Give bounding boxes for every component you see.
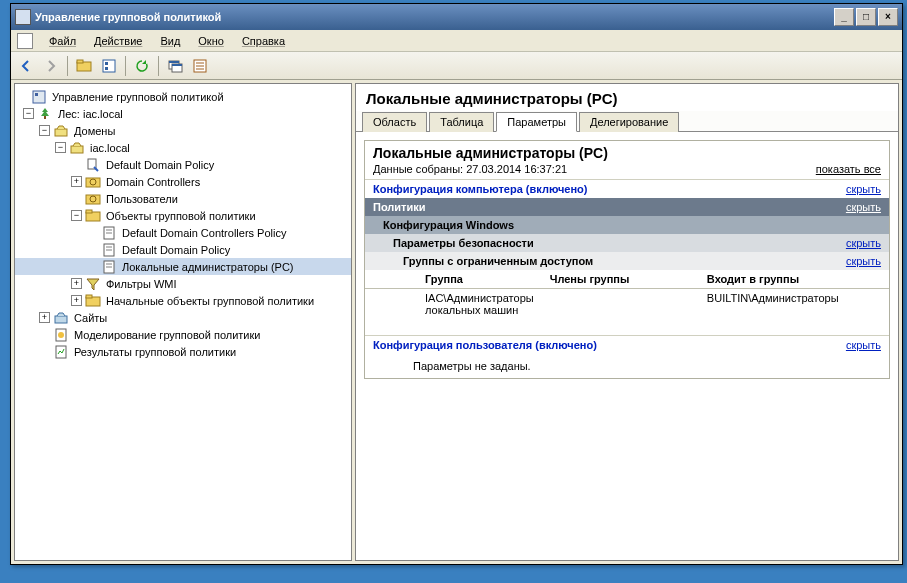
expander-icon[interactable]: −: [55, 142, 66, 153]
menu-file[interactable]: Файл: [41, 33, 84, 49]
folder-icon: [76, 58, 92, 74]
forward-button[interactable]: [40, 55, 62, 77]
svg-rect-24: [86, 210, 92, 213]
comp-config-band[interactable]: Конфигурация компьютера (включено) скрыт…: [365, 179, 889, 198]
close-button[interactable]: ×: [878, 8, 898, 26]
window-title: Управление групповой политикой: [35, 11, 834, 23]
hide-link[interactable]: скрыть: [846, 255, 881, 267]
restore-button[interactable]: □: [856, 8, 876, 26]
tree-la[interactable]: Локальные администраторы (PC): [15, 258, 351, 275]
list-button[interactable]: [189, 55, 211, 77]
svg-rect-1: [77, 60, 83, 63]
expander-icon[interactable]: +: [71, 278, 82, 289]
tab-scope[interactable]: Область: [362, 112, 427, 132]
tree-ddp[interactable]: Default Domain Policy: [15, 156, 351, 173]
tab-bar: Область Таблица Параметры Делегирование: [356, 111, 898, 132]
tree-wmi[interactable]: + Фильтры WMI: [15, 275, 351, 292]
gpo-icon: [101, 242, 117, 258]
svg-rect-15: [44, 116, 46, 119]
expander-icon[interactable]: −: [39, 125, 50, 136]
user-config-band[interactable]: Конфигурация пользователя (включено) скр…: [365, 335, 889, 354]
ou-icon: [85, 174, 101, 190]
tree-forest[interactable]: − Лес: iac.local: [15, 105, 351, 122]
window-icon: [167, 58, 183, 74]
properties-icon: [101, 58, 117, 74]
properties-button[interactable]: [98, 55, 120, 77]
tree-results[interactable]: Результаты групповой политики: [15, 343, 351, 360]
tree-panel[interactable]: Управление групповой политикой − Лес: ia…: [14, 83, 352, 561]
menubar: Файл Действие Вид Окно Справка: [11, 30, 902, 52]
detail-panel: Локальные администраторы (PC) Область Та…: [355, 83, 899, 561]
arrow-right-icon: [43, 58, 59, 74]
window-button[interactable]: [164, 55, 186, 77]
menu-action[interactable]: Действие: [86, 33, 150, 49]
hide-link[interactable]: скрыть: [846, 339, 881, 351]
app-icon: [15, 9, 31, 25]
restricted-band[interactable]: Группы с ограниченным доступом скрыть: [365, 252, 889, 270]
tab-table[interactable]: Таблица: [429, 112, 494, 132]
minimize-button[interactable]: _: [834, 8, 854, 26]
tree-domain[interactable]: − iac.local: [15, 139, 351, 156]
svg-rect-13: [33, 91, 45, 103]
expander-icon[interactable]: −: [71, 210, 82, 221]
svg-rect-2: [103, 60, 115, 72]
svg-rect-6: [169, 61, 179, 63]
table-row: IAC\Администраторы локальных машин BUILT…: [365, 289, 889, 320]
hide-link[interactable]: скрыть: [846, 201, 881, 213]
tab-delegation[interactable]: Делегирование: [579, 112, 679, 132]
filter-icon: [85, 276, 101, 292]
menu-view[interactable]: Вид: [152, 33, 188, 49]
expander-icon[interactable]: +: [39, 312, 50, 323]
menu-window[interactable]: Окно: [190, 33, 232, 49]
expander-icon[interactable]: +: [71, 295, 82, 306]
tree-gpo[interactable]: − Объекты групповой политики: [15, 207, 351, 224]
folder-icon: [85, 293, 101, 309]
tree-sites[interactable]: + Сайты: [15, 309, 351, 326]
domain-icon: [69, 140, 85, 156]
arrow-left-icon: [18, 58, 34, 74]
no-params: Параметры не заданы.: [365, 354, 889, 378]
detail-body: Локальные администраторы (PC) Данные соб…: [356, 132, 898, 560]
tree-ddcp[interactable]: Default Domain Controllers Policy: [15, 224, 351, 241]
titlebar[interactable]: Управление групповой политикой _ □ ×: [11, 4, 902, 30]
ou-icon: [85, 191, 101, 207]
detail-title: Локальные администраторы (PC): [356, 84, 898, 111]
hide-link[interactable]: скрыть: [846, 237, 881, 249]
back-button[interactable]: [15, 55, 37, 77]
folder-button[interactable]: [73, 55, 95, 77]
refresh-icon: [134, 58, 150, 74]
main-window: Управление групповой политикой _ □ × Фай…: [10, 3, 903, 565]
results-icon: [53, 344, 69, 360]
section-title: Локальные администраторы (PC): [365, 141, 889, 163]
svg-rect-3: [105, 62, 108, 65]
collected-label: Данные собраны: 27.03.2014 16:37:21: [373, 163, 567, 175]
svg-rect-16: [55, 129, 67, 136]
refresh-button[interactable]: [131, 55, 153, 77]
svg-rect-17: [71, 146, 83, 153]
sites-icon: [53, 310, 69, 326]
svg-rect-4: [105, 67, 108, 70]
svg-point-38: [58, 332, 64, 338]
secparams-band[interactable]: Параметры безопасности скрыть: [365, 234, 889, 252]
gpmc-icon: [31, 89, 47, 105]
menu-help[interactable]: Справка: [234, 33, 293, 49]
winconfig-band[interactable]: Конфигурация Windows: [365, 216, 889, 234]
tree-ddp2[interactable]: Default Domain Policy: [15, 241, 351, 258]
tree-domains[interactable]: − Домены: [15, 122, 351, 139]
show-all-link[interactable]: показать все: [816, 163, 881, 175]
tab-params[interactable]: Параметры: [496, 112, 577, 132]
tree-starter[interactable]: + Начальные объекты групповой политики: [15, 292, 351, 309]
svg-rect-35: [86, 295, 92, 298]
expander-icon[interactable]: −: [23, 108, 34, 119]
hide-link[interactable]: скрыть: [846, 183, 881, 195]
tree-dc[interactable]: + Domain Controllers: [15, 173, 351, 190]
tree-root[interactable]: Управление групповой политикой: [15, 88, 351, 105]
policies-band[interactable]: Политики скрыть: [365, 198, 889, 216]
groups-table: Группа Члены группы Входит в группы IAC\…: [365, 270, 889, 319]
mmc-icon: [17, 33, 33, 49]
col-members: Члены группы: [542, 270, 699, 289]
tree-modeling[interactable]: Моделирование групповой политики: [15, 326, 351, 343]
expander-icon[interactable]: +: [71, 176, 82, 187]
tree-users[interactable]: Пользователи: [15, 190, 351, 207]
folder-open-icon: [85, 208, 101, 224]
